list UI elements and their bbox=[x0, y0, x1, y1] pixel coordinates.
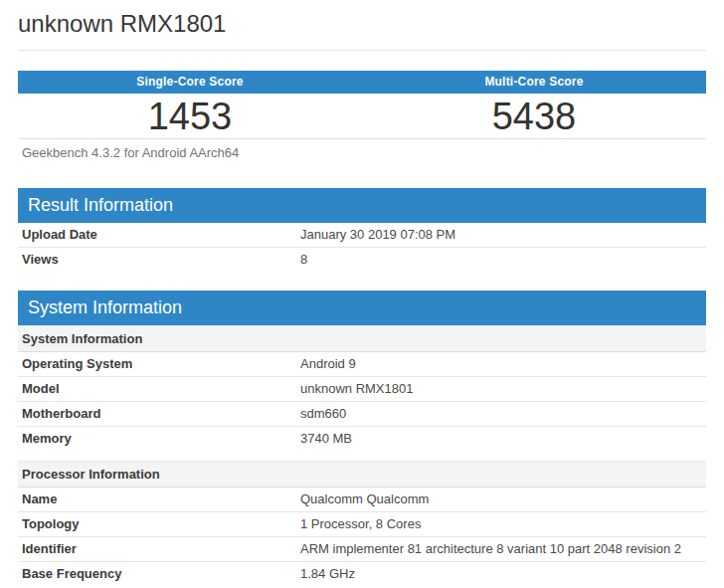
processor-information-subheader: Processor Information bbox=[18, 461, 706, 488]
system-information-header: System Information bbox=[18, 291, 706, 325]
table-row: Name Qualcomm Qualcomm bbox=[18, 488, 706, 512]
row-value: unknown RMX1801 bbox=[296, 377, 706, 401]
single-core-score-label: Single-Core Score bbox=[18, 71, 362, 94]
result-information-section: Result Information Upload Date January 3… bbox=[18, 188, 706, 272]
row-value: 8 bbox=[296, 248, 706, 272]
row-label: Model bbox=[18, 377, 296, 401]
row-label: Operating System bbox=[18, 352, 296, 376]
row-label: Topology bbox=[18, 512, 296, 536]
score-values-row: 1453 5438 bbox=[18, 94, 706, 139]
score-header-bar: Single-Core Score Multi-Core Score bbox=[18, 71, 706, 94]
table-row: Upload Date January 30 2019 07:08 PM bbox=[18, 223, 706, 248]
row-label: Upload Date bbox=[18, 223, 296, 247]
table-row: Topology 1 Processor, 8 Cores bbox=[18, 512, 706, 537]
row-label: Base Frequency bbox=[18, 562, 296, 586]
multi-core-score-label: Multi-Core Score bbox=[362, 71, 706, 94]
score-banner: Single-Core Score Multi-Core Score 1453 … bbox=[18, 71, 706, 166]
table-row: Model unknown RMX1801 bbox=[18, 377, 706, 402]
row-value: 3740 MB bbox=[296, 427, 706, 451]
row-label: Name bbox=[18, 488, 296, 511]
table-row: Operating System Android 9 bbox=[18, 352, 706, 377]
system-information-subheader: System Information bbox=[18, 325, 706, 352]
row-label: Memory bbox=[18, 427, 296, 451]
row-value: 1 Processor, 8 Cores bbox=[296, 512, 706, 536]
row-label: Motherboard bbox=[18, 402, 296, 426]
system-information-group: System Information Operating System Andr… bbox=[18, 325, 706, 451]
row-value: sdm660 bbox=[296, 402, 706, 426]
result-information-table: Upload Date January 30 2019 07:08 PM Vie… bbox=[18, 223, 706, 272]
table-row: Memory 3740 MB bbox=[18, 427, 706, 451]
processor-information-group: Processor Information Name Qualcomm Qual… bbox=[18, 461, 706, 586]
page-title: unknown RMX1801 bbox=[18, 0, 706, 50]
multi-core-score-value: 5438 bbox=[362, 94, 706, 138]
result-information-header: Result Information bbox=[18, 188, 706, 223]
content-container: unknown RMX1801 Single-Core Score Multi-… bbox=[18, 0, 706, 586]
row-label: Identifier bbox=[18, 537, 296, 561]
table-row: Identifier ARM implementer 81 architectu… bbox=[18, 537, 706, 562]
row-value: Qualcomm Qualcomm bbox=[296, 488, 706, 511]
row-value: Android 9 bbox=[296, 352, 706, 376]
table-row: Views 8 bbox=[18, 248, 706, 272]
table-row: Motherboard sdm660 bbox=[18, 402, 706, 427]
benchmark-result-page: unknown RMX1801 Single-Core Score Multi-… bbox=[0, 0, 724, 588]
table-row: Base Frequency 1.84 GHz bbox=[18, 562, 706, 586]
system-information-section: System Information System Information Op… bbox=[18, 291, 706, 586]
row-label: Views bbox=[18, 248, 296, 272]
benchmark-version-caption: Geekbench 4.3.2 for Android AArch64 bbox=[18, 139, 706, 166]
row-value: January 30 2019 07:08 PM bbox=[296, 223, 706, 247]
title-divider bbox=[18, 50, 706, 51]
row-value: 1.84 GHz bbox=[296, 562, 706, 586]
row-value: ARM implementer 81 architecture 8 varian… bbox=[296, 537, 706, 561]
single-core-score-value: 1453 bbox=[18, 94, 362, 138]
